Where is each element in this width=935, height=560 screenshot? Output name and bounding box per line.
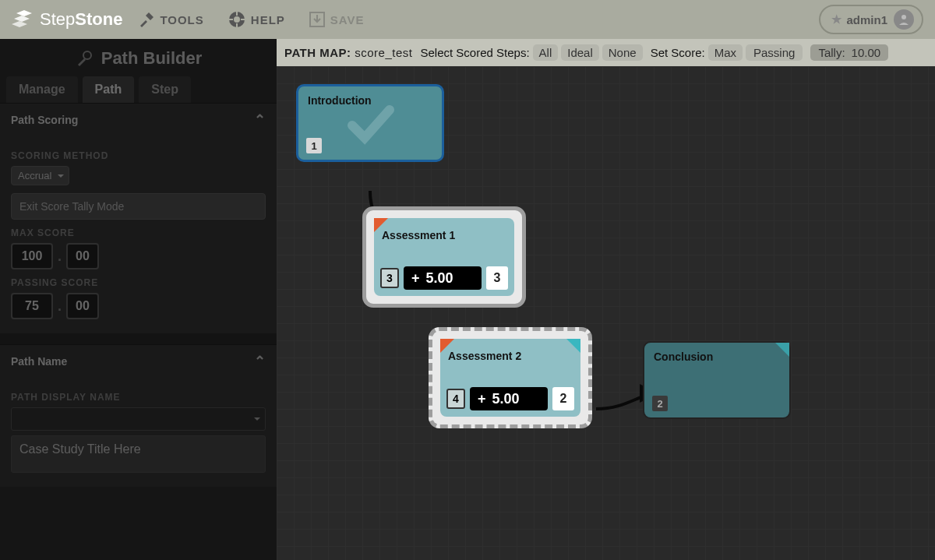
help-label: HELP <box>251 13 285 26</box>
brand-logo: StepStone <box>12 9 122 30</box>
avatar-icon <box>894 9 914 30</box>
assessment1-left-num: 3 <box>380 268 399 288</box>
path-scoring-title: Path Scoring <box>11 114 78 126</box>
tools-button[interactable]: TOOLS <box>130 6 211 33</box>
setscore-passing-button[interactable]: Passing <box>746 44 803 61</box>
tab-manage[interactable]: Manage <box>6 76 78 103</box>
max-score-int[interactable]: 100 <box>11 243 53 269</box>
svg-rect-6 <box>236 23 238 28</box>
tally-value: 10.00 <box>852 46 881 59</box>
scoring-method-select[interactable]: Accrual <box>11 166 69 185</box>
save-label: SAVE <box>330 13 365 26</box>
max-score-label: MAX SCORE <box>11 227 266 238</box>
save-button[interactable]: SAVE <box>301 6 372 33</box>
node-assessment-1[interactable]: Assessment 1 3 +5.00 3 <box>362 206 526 308</box>
node-conclusion[interactable]: Conclusion 2 <box>643 341 791 419</box>
corner-icon <box>566 339 580 353</box>
assessment2-score[interactable]: +5.00 <box>470 387 548 410</box>
conclusion-num: 2 <box>652 396 668 411</box>
flag-icon <box>440 339 454 353</box>
node-introduction[interactable]: Introduction 1 <box>296 84 444 162</box>
svg-rect-7 <box>228 19 233 20</box>
passing-score-int[interactable]: 75 <box>11 293 53 319</box>
canvas-area: PATH MAP: score_test Select Scored Steps… <box>277 39 935 560</box>
passing-score-label: PASSING SCORE <box>11 277 266 288</box>
path-display-name-label: PATH DISPLAY NAME <box>11 392 266 403</box>
username-label: admin1 <box>846 13 887 26</box>
save-icon <box>309 11 326 28</box>
svg-rect-5 <box>236 11 238 16</box>
chevron-up-icon: ⌃ <box>254 111 266 129</box>
svg-rect-8 <box>241 19 245 20</box>
exit-tally-button[interactable]: Exit Score Tally Mode <box>11 193 266 220</box>
sidebar-title-text: Path Builder <box>101 48 203 69</box>
section-path-scoring: Path Scoring ⌃ SCORING METHOD Accrual Ex… <box>0 103 277 333</box>
tab-step[interactable]: Step <box>139 76 191 103</box>
scored-none-button[interactable]: None <box>602 44 643 61</box>
assessment1-title: Assessment 1 <box>382 229 506 241</box>
section-path-name: Path Name ⌃ PATH DISPLAY NAME Case Study… <box>0 344 277 487</box>
tally-display: Tally:10.00 <box>810 44 888 61</box>
svg-marker-2 <box>12 21 27 27</box>
path-name-header[interactable]: Path Name ⌃ <box>0 345 277 378</box>
setscore-max-button[interactable]: Max <box>708 44 743 61</box>
assessment1-score[interactable]: +5.00 <box>404 266 482 290</box>
conclusion-title: Conclusion <box>654 350 782 363</box>
tab-path[interactable]: Path <box>83 76 135 103</box>
corner-icon <box>775 343 789 357</box>
node-assessment-2[interactable]: Assessment 2 4 +5.00 2 <box>429 327 592 428</box>
assessment2-left-num: 4 <box>446 389 465 409</box>
svg-marker-0 <box>16 10 32 16</box>
max-score-dec[interactable]: 00 <box>66 243 99 269</box>
path-display-name-combo[interactable] <box>11 407 266 431</box>
help-button[interactable]: HELP <box>220 5 293 33</box>
sidebar: Path Builder Manage Path Step Path Scori… <box>0 39 277 560</box>
pathmap-name: score_test <box>355 46 412 59</box>
path-builder-icon <box>75 49 94 68</box>
scored-ideal-button[interactable]: Ideal <box>561 44 599 61</box>
scoring-method-label: SCORING METHOD <box>11 150 266 161</box>
stepstone-icon <box>12 10 35 29</box>
pathmap-label: PATH MAP: score_test <box>284 46 412 59</box>
node-intro-num: 1 <box>306 138 322 153</box>
scored-all-button[interactable]: All <box>533 44 559 61</box>
tools-icon <box>138 11 155 28</box>
scored-steps-label: Select Scored Steps: <box>420 46 529 59</box>
chevron-up-icon: ⌃ <box>254 353 266 370</box>
svg-point-10 <box>901 15 906 19</box>
path-display-name-input[interactable]: Case Study Title Here <box>11 435 266 473</box>
svg-point-4 <box>234 16 240 23</box>
star-icon: ★ <box>831 12 842 26</box>
canvas-toolbar: PATH MAP: score_test Select Scored Steps… <box>277 39 935 66</box>
flag-icon <box>374 218 388 232</box>
path-name-title: Path Name <box>11 355 67 368</box>
sidebar-tabs: Manage Path Step <box>0 76 277 103</box>
passing-score-dec[interactable]: 00 <box>66 293 99 319</box>
sidebar-title: Path Builder <box>0 39 277 76</box>
brand-text-a: Step <box>40 9 75 30</box>
top-bar: StepStone TOOLS HELP SAVE ★ admin1 <box>0 0 935 39</box>
assessment2-title: Assessment 2 <box>448 350 573 362</box>
set-score-label: Set Score: <box>651 46 705 59</box>
assessment1-right-num: 3 <box>486 266 508 290</box>
user-menu[interactable]: ★ admin1 <box>819 5 923 34</box>
brand-text-b: Stone <box>75 9 122 30</box>
help-icon <box>228 10 246 29</box>
assessment2-right-num: 2 <box>552 387 574 410</box>
svg-point-11 <box>83 51 91 59</box>
path-scoring-header[interactable]: Path Scoring ⌃ <box>0 104 277 136</box>
tools-label: TOOLS <box>160 13 203 26</box>
svg-marker-1 <box>14 16 30 22</box>
